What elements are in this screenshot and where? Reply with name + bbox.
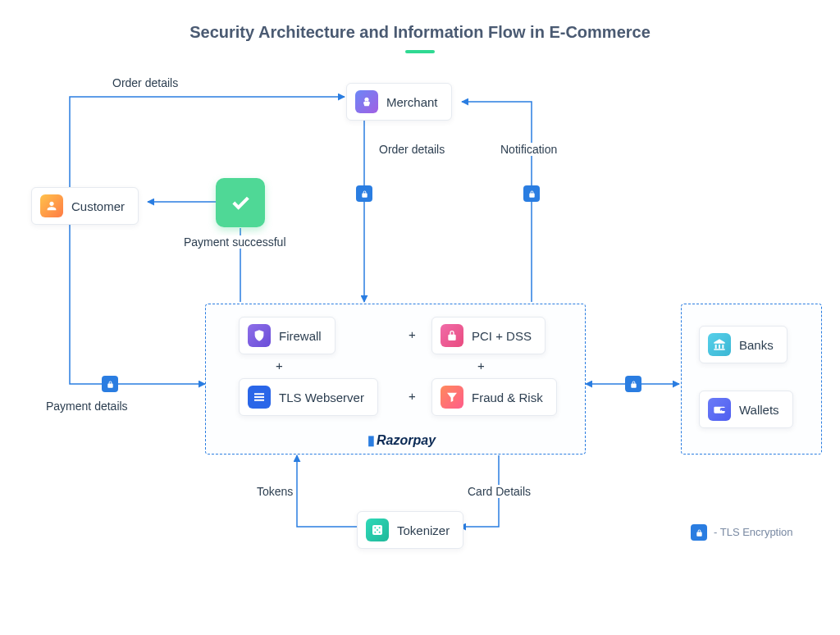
svg-point-2 <box>379 527 381 528</box>
title-underline <box>405 50 435 53</box>
legend-lock-icon <box>691 524 707 541</box>
plus-left: + <box>276 359 283 372</box>
tls-lock-payment <box>102 376 118 392</box>
label-payment-details: Payment details <box>44 400 130 413</box>
tokenizer-node: Tokenizer <box>357 511 463 549</box>
wallet-icon <box>708 398 731 421</box>
svg-point-3 <box>377 529 378 531</box>
tls-lock-order <box>356 185 372 202</box>
label-tokens: Tokens <box>255 485 294 498</box>
merchant-icon <box>355 90 378 113</box>
list-icon <box>248 386 271 409</box>
banks-label: Banks <box>739 338 774 352</box>
pcidss-label: PCI + DSS <box>472 329 532 343</box>
person-icon <box>40 194 63 217</box>
diagram-title: Security Architecture and Information Fl… <box>0 0 840 42</box>
payment-success-tile <box>216 178 265 227</box>
wallets-node: Wallets <box>699 391 793 428</box>
tls-webserver-label: TLS Webserver <box>279 391 364 404</box>
svg-point-1 <box>374 527 376 528</box>
legend-text: - TLS Encryption <box>714 526 793 538</box>
label-order-details-top: Order details <box>111 76 180 89</box>
funnel-icon <box>441 386 463 409</box>
label-card-details: Card Details <box>466 485 532 498</box>
plus-top: + <box>409 327 416 341</box>
pcidss-node: PCI + DSS <box>431 317 546 354</box>
dice-icon <box>366 519 389 541</box>
customer-label: Customer <box>71 199 125 213</box>
merchant-node: Merchant <box>346 83 452 121</box>
firewall-node: Firewall <box>239 317 336 354</box>
label-order-details-mid: Order details <box>377 143 446 156</box>
check-icon <box>229 191 252 214</box>
svg-point-5 <box>379 532 381 533</box>
razorpay-brand: Razorpay <box>368 432 436 448</box>
label-notification: Notification <box>499 143 559 156</box>
firewall-label: Firewall <box>279 329 322 343</box>
merchant-label: Merchant <box>386 95 438 109</box>
bank-icon <box>708 333 731 356</box>
lock-icon <box>441 324 463 347</box>
tls-lock-providers <box>625 376 641 392</box>
fraud-risk-label: Fraud & Risk <box>472 391 543 404</box>
fraud-risk-node: Fraud & Risk <box>431 378 557 416</box>
svg-point-4 <box>374 532 376 533</box>
label-payment-successful: Payment successful <box>182 235 288 249</box>
wallets-label: Wallets <box>739 403 779 417</box>
customer-node: Customer <box>31 187 139 225</box>
tls-webserver-node: TLS Webserver <box>239 378 378 416</box>
shield-icon <box>248 324 271 347</box>
banks-node: Banks <box>699 326 788 363</box>
tokenizer-label: Tokenizer <box>397 523 450 537</box>
plus-bottom: + <box>409 389 416 403</box>
plus-right: + <box>477 359 485 372</box>
tls-lock-notification <box>523 185 540 202</box>
